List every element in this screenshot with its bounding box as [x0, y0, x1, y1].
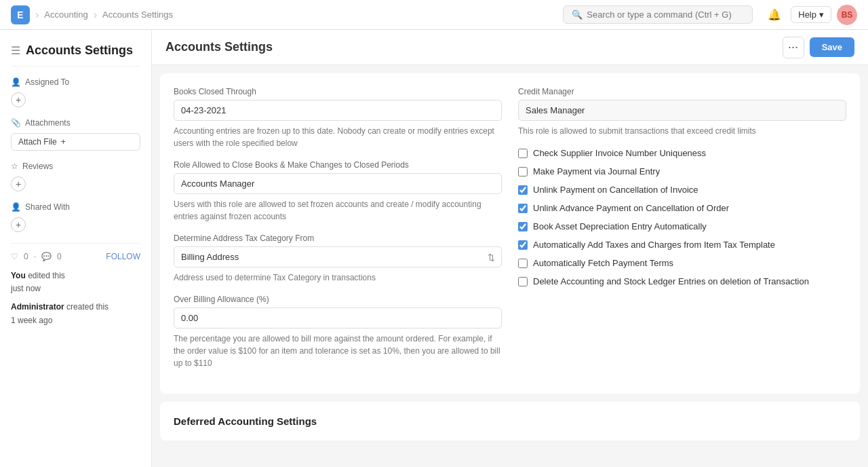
auto-add-taxes[interactable]: [518, 240, 528, 250]
shared-with-label: Shared With: [25, 202, 70, 212]
assigned-to-header: 👤 Assigned To: [11, 77, 140, 87]
check-supplier-invoice-label: Check Supplier Invoice Number Uniqueness: [533, 148, 706, 158]
unlink-payment-cancellation[interactable]: [518, 185, 528, 195]
notifications-bell[interactable]: 🔔: [764, 4, 785, 26]
unlink-advance-payment[interactable]: [518, 204, 528, 213]
credit-manager-label: Credit Manager: [518, 87, 846, 96]
activity-time-1: 1 week ago: [11, 316, 52, 325]
checkbox-item-6: Automatically Fetch Payment Terms: [518, 258, 846, 268]
over-billing-label: Over Billing Allowance (%): [174, 295, 502, 304]
attach-file-label: Attach File: [18, 137, 57, 147]
determine-address-note: Address used to determine Tax Category i…: [174, 272, 502, 284]
hamburger-icon[interactable]: ☰: [11, 44, 20, 57]
books-closed-input[interactable]: [174, 100, 502, 121]
reviews-header: ☆ Reviews: [11, 162, 140, 171]
auto-add-taxes-label: Automatically Add Taxes and Charges from…: [533, 240, 775, 250]
comments-count: 0: [57, 252, 62, 261]
content-topbar: Accounts Settings ··· Save: [152, 30, 868, 65]
more-options-button[interactable]: ···: [783, 37, 804, 58]
books-closed-note: Accounting entries are frozen up to this…: [174, 125, 502, 149]
role-close-books-note: Users with this role are allowed to set …: [174, 198, 502, 223]
breadcrumb-accounting[interactable]: Accounting: [44, 10, 87, 20]
activity-time-0: just now: [11, 284, 41, 293]
person-icon: 👤: [11, 77, 21, 87]
help-chevron-icon: ▾: [819, 10, 824, 20]
checkbox-item-7: Delete Accounting and Stock Ledger Entri…: [518, 276, 846, 286]
books-closed-group: Books Closed Through Accounting entries …: [174, 87, 502, 149]
determine-address-wrapper: Billing Address Shipping Address ⇅: [174, 246, 502, 267]
navbar: E › Accounting › Accounts Settings 🔍 🔔 H…: [0, 0, 868, 30]
determine-address-select[interactable]: Billing Address Shipping Address: [174, 246, 502, 267]
likes-count: 0: [24, 252, 28, 261]
topbar-actions: ··· Save: [783, 37, 854, 58]
delete-accounting-entries-label: Delete Accounting and Stock Ledger Entri…: [533, 276, 809, 286]
content-title: Accounts Settings: [165, 40, 273, 54]
auto-fetch-payment-terms-label: Automatically Fetch Payment Terms: [533, 258, 673, 268]
books-closed-label: Books Closed Through: [174, 87, 502, 96]
checkbox-item-0: Check Supplier Invoice Number Uniqueness: [518, 148, 846, 158]
search-input[interactable]: [587, 10, 744, 20]
checkbox-item-3: Unlink Advance Payment on Cancellation o…: [518, 203, 846, 213]
checkbox-item-1: Make Payment via Journal Entry: [518, 166, 846, 176]
search-icon: 🔍: [572, 10, 583, 20]
make-payment-journal[interactable]: [518, 167, 528, 176]
star-icon: ☆: [11, 162, 18, 171]
attach-file-button[interactable]: Attach File +: [11, 133, 140, 151]
delete-accounting-entries[interactable]: [518, 277, 528, 286]
main-card: Books Closed Through Accounting entries …: [160, 73, 860, 394]
page-header: ☰ Accounts Settings: [11, 38, 140, 67]
sidebar: ☰ Accounts Settings 👤 Assigned To + 📎 At…: [0, 30, 152, 467]
attachments-label: Attachments: [25, 118, 71, 128]
book-asset-depreciation[interactable]: [518, 222, 528, 231]
help-label: Help: [798, 10, 816, 20]
unlink-advance-payment-label: Unlink Advance Payment on Cancellation o…: [533, 203, 729, 213]
help-menu[interactable]: Help ▾: [791, 6, 831, 23]
add-shared-button[interactable]: +: [11, 217, 26, 232]
add-assigned-button[interactable]: +: [11, 92, 26, 107]
app-logo: E: [11, 5, 30, 24]
activity-item-1: Administrator created this 1 week ago: [11, 301, 140, 326]
role-close-books-input[interactable]: [174, 173, 502, 194]
content-area: Accounts Settings ··· Save Books Closed …: [152, 30, 868, 467]
dot-sep: ·: [34, 252, 36, 261]
paperclip-icon: 📎: [11, 118, 21, 128]
comment-icon: 💬: [41, 252, 52, 261]
two-col-layout: Books Closed Through Accounting entries …: [174, 87, 846, 380]
book-asset-depreciation-label: Book Asset Depreciation Entry Automatica…: [533, 221, 707, 231]
activity-action-1: created this: [66, 302, 108, 312]
credit-manager-input[interactable]: [518, 100, 846, 121]
assigned-to-section: 👤 Assigned To +: [11, 77, 140, 107]
over-billing-note: The percentage you are allowed to bill m…: [174, 333, 502, 369]
checkbox-item-2: Unlink Payment on Cancellation of Invoic…: [518, 185, 846, 195]
shared-with-header: 👤 Shared With: [11, 202, 140, 212]
activity-actor-1: Administrator: [11, 302, 64, 312]
save-button[interactable]: Save: [810, 37, 854, 57]
shared-with-section: 👤 Shared With +: [11, 202, 140, 232]
credit-manager-group: Credit Manager This role is allowed to s…: [518, 87, 846, 137]
activity-actor-0: You: [11, 271, 26, 280]
attachments-header: 📎 Attachments: [11, 118, 140, 128]
activity-action-0: edited this: [28, 271, 65, 280]
determine-address-group: Determine Address Tax Category From Bill…: [174, 234, 502, 284]
reviews-section: ☆ Reviews +: [11, 162, 140, 191]
user-avatar[interactable]: BS: [837, 5, 857, 25]
over-billing-group: Over Billing Allowance (%) The percentag…: [174, 295, 502, 369]
navbar-icons: 🔔 Help ▾ BS: [764, 4, 857, 26]
checkbox-item-4: Book Asset Depreciation Entry Automatica…: [518, 221, 846, 231]
heart-icon: ♡: [11, 252, 18, 261]
search-bar[interactable]: 🔍: [563, 5, 753, 24]
deferred-heading: Deferred Accounting Settings: [174, 415, 846, 427]
assigned-to-label: Assigned To: [25, 77, 69, 87]
add-review-button[interactable]: +: [11, 176, 26, 191]
over-billing-input[interactable]: [174, 307, 502, 329]
breadcrumb-sep-2: ›: [94, 9, 97, 21]
auto-fetch-payment-terms[interactable]: [518, 259, 528, 268]
credit-manager-note: This role is allowed to submit transacti…: [518, 125, 846, 137]
follow-button[interactable]: FOLLOW: [106, 252, 140, 261]
checkboxes-group: Check Supplier Invoice Number Uniqueness…: [518, 148, 846, 286]
left-column: Books Closed Through Accounting entries …: [174, 87, 502, 380]
attachments-section: 📎 Attachments Attach File +: [11, 118, 140, 151]
breadcrumb-current: Accounts Settings: [102, 10, 173, 20]
check-supplier-invoice[interactable]: [518, 149, 528, 158]
page-title: Accounts Settings: [26, 43, 133, 58]
